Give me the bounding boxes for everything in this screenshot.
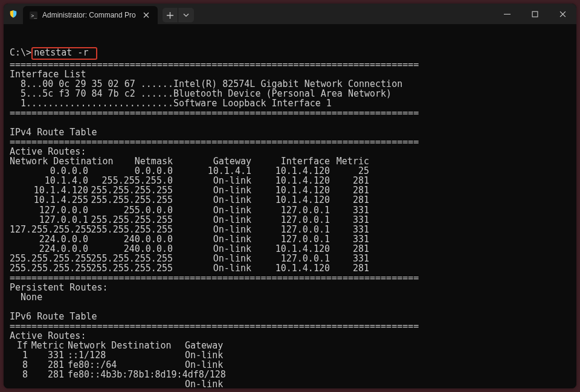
minimize-icon [504, 11, 511, 18]
ipv4-route-row: 224.0.0.0240.0.0.0On-link127.0.0.1331 [10, 234, 576, 244]
ipv6-route-row: 8281fe80::/64On-link [10, 360, 576, 370]
persistent-routes-none: None [10, 292, 42, 303]
ipv4-header-row: Network DestinationNetmaskGatewayInterfa… [10, 156, 576, 166]
ipv6-route-row: 1331::1/128On-link [10, 350, 576, 360]
separator: ========================================… [10, 108, 419, 118]
maximize-icon [532, 11, 538, 18]
chevron-down-icon [183, 12, 189, 18]
close-icon [143, 12, 149, 18]
ipv4-route-row: 10.1.4.0255.255.255.0On-link10.1.4.12028… [10, 176, 576, 185]
shield-icon [4, 4, 23, 24]
titlebar-left: >_ Administrator: Command Pro [4, 4, 194, 24]
ipv4-route-row: 127.0.0.0255.0.0.0On-link127.0.0.1331 [10, 205, 576, 215]
ipv6-header-row: IfMetricNetwork DestinationGateway [10, 341, 576, 350]
prompt: C:\> [10, 47, 31, 58]
interface-line: 1...........................Software Loo… [10, 98, 576, 108]
interface-line: 8...00 0c 29 35 02 67 ......Intel(R) 825… [10, 79, 576, 89]
new-tab-dropdown[interactable] [178, 8, 194, 22]
svg-rect-2 [532, 11, 538, 17]
terminal-output[interactable]: C:\>netstat -r =========================… [4, 24, 576, 388]
titlebar[interactable]: >_ Administrator: Command Pro [4, 4, 576, 24]
ipv6-route-rows: 1331::1/128On-link8281fe80::/64On-link82… [10, 350, 576, 388]
terminal-window: >_ Administrator: Command Pro [4, 4, 576, 388]
new-tab-button[interactable] [163, 8, 178, 22]
window-close-button[interactable] [549, 4, 576, 24]
plus-icon [167, 12, 173, 19]
window-controls [493, 4, 576, 24]
ipv4-route-row: 255.255.255.255255.255.255.255On-link127… [10, 254, 576, 263]
ipv4-route-row: 127.0.0.1255.255.255.255On-link127.0.0.1… [10, 215, 576, 225]
tab-title: Administrator: Command Pro [42, 11, 136, 19]
highlighted-command: netstat -r [31, 47, 97, 60]
cmd-icon: >_ [29, 11, 37, 19]
new-tab-group [163, 8, 194, 22]
ipv4-route-row: 127.255.255.255255.255.255.255On-link127… [10, 225, 576, 234]
minimize-button[interactable] [493, 4, 521, 24]
ipv4-route-row: 10.1.4.120255.255.255.255On-link10.1.4.1… [10, 185, 576, 195]
interface-list: 8...00 0c 29 35 02 67 ......Intel(R) 825… [10, 79, 576, 108]
ipv6-route-row: On-link [10, 379, 576, 388]
close-icon [559, 11, 566, 18]
ipv4-route-row: 224.0.0.0240.0.0.0On-link10.1.4.120281 [10, 244, 576, 254]
ipv6-route-row: 8281fe80::4b3b:78b1:8d19:4df8/128 [10, 370, 576, 379]
ipv4-route-row: 10.1.4.255255.255.255.255On-link10.1.4.1… [10, 195, 576, 205]
maximize-button[interactable] [521, 4, 549, 24]
active-tab[interactable]: >_ Administrator: Command Pro [23, 6, 158, 24]
ipv4-route-row: 0.0.0.00.0.0.010.1.4.110.1.4.12025 [10, 166, 576, 176]
ipv4-route-rows: 0.0.0.00.0.0.010.1.4.110.1.4.1202510.1.4… [10, 166, 576, 273]
ipv4-route-row: 255.255.255.255255.255.255.255On-link10.… [10, 263, 576, 273]
tab-close-button[interactable] [141, 10, 152, 21]
svg-text:>_: >_ [31, 12, 37, 18]
titlebar-drag-area[interactable] [194, 4, 493, 24]
interface-line: 5...5c f3 70 84 7b c2 ......Bluetooth De… [10, 89, 576, 98]
